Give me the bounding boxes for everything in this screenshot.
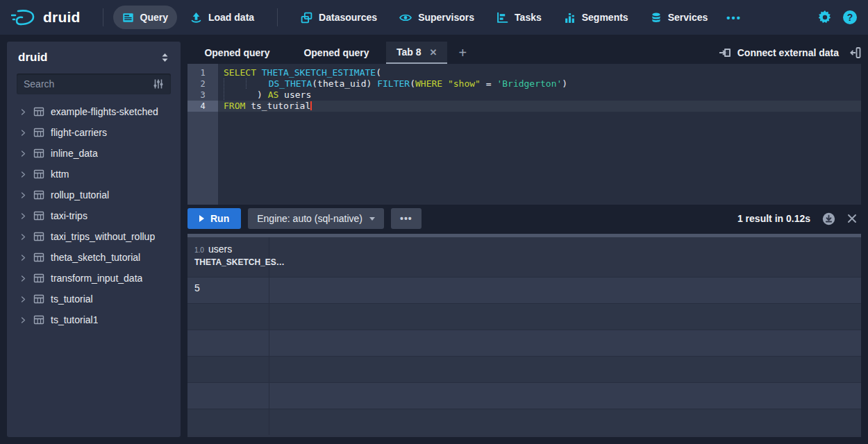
- tab-opened-query[interactable]: Opened query: [187, 42, 287, 64]
- line-number: 1: [187, 67, 218, 78]
- run-label: Run: [210, 213, 229, 224]
- connect-external-data-button[interactable]: Connect external data: [719, 47, 839, 58]
- run-button[interactable]: Run: [187, 208, 241, 229]
- editor-gutter: 1234: [187, 64, 218, 205]
- double-caret-vertical-icon[interactable]: [160, 53, 169, 62]
- sidebar-item-ts_tutorial1[interactable]: ts_tutorial1: [7, 309, 181, 330]
- result-row[interactable]: [187, 303, 861, 330]
- sidebar-item-theta_sketch_tutorial[interactable]: theta_sketch_tutorial: [7, 247, 181, 268]
- chevron-right-icon[interactable]: [19, 150, 27, 157]
- druid-logo[interactable]: druid: [11, 8, 81, 26]
- upload-icon: [190, 12, 202, 24]
- result-row[interactable]: 5: [187, 277, 861, 303]
- nav-label: Supervisors: [418, 12, 474, 23]
- nav-item-supervisors[interactable]: Supervisors: [390, 6, 483, 29]
- download-results-button[interactable]: [822, 212, 835, 225]
- sidebar-item-inline_data[interactable]: inline_data: [7, 143, 181, 164]
- result-row[interactable]: [187, 330, 861, 356]
- datasource-list: example-flights-sketchedflight-carriersi…: [7, 101, 181, 330]
- nav-label: Load data: [208, 12, 254, 23]
- nav-item-datasources[interactable]: Datasources: [292, 6, 386, 29]
- filter-sliders-icon[interactable]: [153, 78, 164, 89]
- nav-label: Query: [140, 12, 168, 23]
- sidebar-item-ts_tutorial[interactable]: ts_tutorial: [7, 289, 181, 309]
- code-line[interactable]: SELECT THETA_SKETCH_ESTIMATE(: [218, 67, 861, 78]
- tab-label: Tab 8: [397, 46, 422, 58]
- chevron-right-icon[interactable]: [19, 171, 27, 178]
- stack-icon: [301, 12, 312, 24]
- sidebar-item-taxi-trips[interactable]: taxi-trips: [7, 205, 181, 226]
- code-line[interactable]: ) AS users: [218, 89, 861, 101]
- sidebar-item-flight-carriers[interactable]: flight-carriers: [7, 122, 181, 143]
- query-tab-bar: Opened queryOpened queryTab 8✕ + Connect…: [187, 42, 861, 64]
- chevron-right-icon[interactable]: [19, 212, 27, 220]
- nav-item-segments[interactable]: Segments: [555, 6, 637, 29]
- schema-title: druid: [18, 51, 48, 65]
- result-cell-empty: [269, 304, 861, 330]
- help-button[interactable]: ?: [843, 10, 857, 24]
- chevron-right-icon[interactable]: [19, 275, 27, 282]
- code-line[interactable]: FROM ts_tutorial: [218, 101, 861, 112]
- sidebar-item-transform_input_data[interactable]: transform_input_data: [7, 268, 181, 289]
- sidebar-item-example-flights-sketched[interactable]: example-flights-sketched: [7, 101, 181, 122]
- open-side-panel-button[interactable]: [850, 46, 861, 59]
- sidebar-item-taxi_trips_without_rollup[interactable]: taxi_trips_without_rollup: [7, 226, 181, 247]
- nav-item-load-data[interactable]: Load data: [181, 6, 263, 29]
- result-cell-empty: [269, 383, 861, 409]
- nav-more-button[interactable]: •••: [721, 12, 747, 24]
- chevron-right-icon[interactable]: [19, 191, 27, 199]
- search-box: [17, 74, 171, 94]
- result-row[interactable]: [187, 382, 861, 409]
- chevron-right-icon[interactable]: [19, 233, 27, 241]
- navbar-right: ?: [818, 10, 857, 24]
- column-type: THETA_SKETCH_ES…: [194, 257, 262, 267]
- code-line[interactable]: DS_THETA(theta_uid) FILTER(WHERE "show" …: [218, 78, 861, 89]
- line-number: 2: [187, 78, 218, 89]
- chevron-right-icon[interactable]: [19, 129, 27, 137]
- column-header-empty: [269, 237, 861, 277]
- add-tab-button[interactable]: +: [447, 42, 478, 64]
- column-header-users[interactable]: 1.0 users THETA_SKETCH_ES…: [187, 237, 269, 277]
- result-cell: 5: [187, 278, 269, 303]
- eye-icon: [399, 12, 412, 24]
- nav-label: Datasources: [319, 12, 377, 23]
- brand-name: druid: [43, 9, 81, 26]
- navbar-items: Query Load data Datasources: [113, 6, 748, 29]
- tab-opened-query[interactable]: Opened query: [287, 42, 386, 64]
- nav-item-query[interactable]: Query: [113, 6, 177, 29]
- connect-external-data-label: Connect external data: [737, 47, 839, 58]
- datasource-name: taxi_trips_without_rollup: [51, 231, 155, 242]
- top-navbar: druid Query Load data: [0, 0, 868, 35]
- chevron-right-icon[interactable]: [19, 254, 27, 262]
- settings-gear-icon[interactable]: [818, 10, 832, 24]
- search-input[interactable]: [24, 78, 153, 89]
- result-row[interactable]: [187, 356, 861, 382]
- chevron-right-icon[interactable]: [19, 108, 27, 116]
- engine-select-button[interactable]: Engine: auto (sql-native): [248, 208, 384, 229]
- datasource-name: ts_tutorial1: [51, 314, 98, 325]
- result-cell-empty: [269, 278, 861, 303]
- sidebar-item-kttm[interactable]: kttm: [7, 164, 181, 185]
- nav-item-tasks[interactable]: Tasks: [487, 6, 551, 29]
- run-bar: Run Engine: auto (sql-native) ••• 1 resu…: [187, 205, 861, 232]
- close-results-button[interactable]: [847, 214, 857, 223]
- chevron-down-icon: [369, 217, 375, 221]
- nav-item-services[interactable]: Services: [642, 6, 717, 29]
- chevron-right-icon[interactable]: [19, 316, 27, 324]
- chevron-right-icon[interactable]: [19, 296, 27, 303]
- sql-editor[interactable]: 1234 SELECT THETA_SKETCH_ESTIMATE( DS_TH…: [187, 64, 861, 205]
- column-name: users: [208, 244, 232, 255]
- sidebar-item-rollup_tutorial[interactable]: rollup_tutorial: [7, 185, 181, 205]
- datasource-name: transform_input_data: [51, 273, 142, 284]
- results-panel: 1.0 users THETA_SKETCH_ES… 5: [187, 237, 861, 437]
- datasource-name: taxi-trips: [51, 210, 87, 221]
- nav-label: Tasks: [515, 12, 542, 23]
- query-more-button[interactable]: •••: [391, 208, 422, 229]
- result-row[interactable]: [187, 409, 861, 435]
- tab-tab-8[interactable]: Tab 8✕: [386, 42, 447, 64]
- table-icon: [33, 169, 44, 180]
- table-icon: [33, 210, 44, 221]
- run-bar-right: 1 result in 0.12s: [737, 212, 861, 225]
- tab-close-icon[interactable]: ✕: [430, 47, 437, 58]
- editor-code[interactable]: SELECT THETA_SKETCH_ESTIMATE( DS_THETA(t…: [218, 64, 861, 205]
